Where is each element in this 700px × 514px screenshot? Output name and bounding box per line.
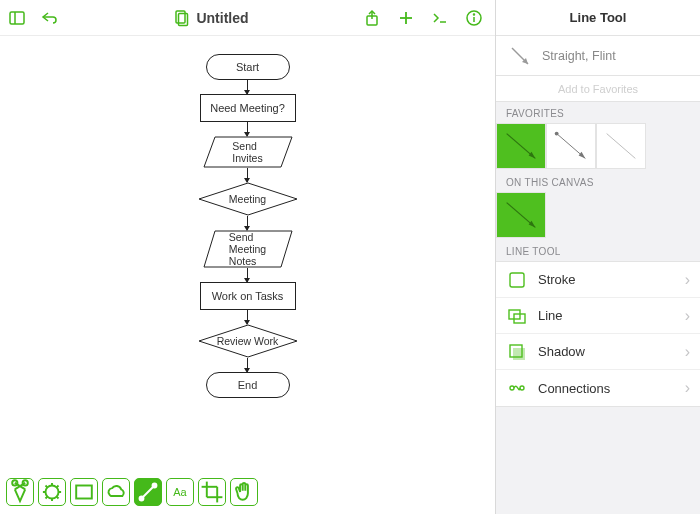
svg-rect-41 [513,348,525,360]
share-icon[interactable] [363,9,381,27]
tool-line[interactable] [134,478,162,506]
favorites-row [496,123,700,171]
flow-node-send-notes[interactable]: Send Meeting Notes [203,230,293,268]
line-style-preview[interactable]: Straight, Flint [496,36,700,76]
tool-rail: Aa [0,470,495,514]
line-tool-section-label: LINE TOOL [496,240,700,261]
svg-point-16 [12,480,17,485]
row-connections[interactable]: Connections › [496,370,700,406]
flowchart: Start Need Meeting? Send Invites Meeting… [158,54,338,398]
row-line[interactable]: Line › [496,298,700,334]
favorite-swatch-2[interactable] [546,123,596,169]
tool-crop[interactable] [198,478,226,506]
flow-node-end[interactable]: End [206,372,290,398]
chevron-right-icon: › [685,271,690,289]
on-canvas-section-label: ON THIS CANVAS [496,171,700,192]
line-style-name: Straight, Flint [542,49,616,63]
info-icon[interactable] [465,9,483,27]
svg-line-34 [607,134,636,159]
row-stroke[interactable]: Stroke › [496,262,700,298]
svg-point-21 [140,497,144,501]
sidebar-toggle-icon[interactable] [8,9,26,27]
line-icon [506,305,528,327]
flow-node-meeting[interactable]: Meeting [198,182,298,216]
svg-rect-0 [10,12,24,24]
flow-node-review-work[interactable]: Review Work [198,324,298,358]
on-canvas-row [496,192,700,240]
chevron-right-icon: › [685,343,690,361]
svg-point-33 [555,132,559,136]
row-shadow[interactable]: Shadow › [496,334,700,370]
inspector-panel: Line Tool Straight, Flint Add to Favorit… [496,0,700,514]
flow-arrow [247,168,248,182]
tool-hand[interactable] [230,478,258,506]
document-title-area: Untitled [58,9,363,27]
flow-node-send-invites[interactable]: Send Invites [203,136,293,168]
stroke-icon [506,269,528,291]
flow-arrow [247,80,248,94]
tool-freehand[interactable] [102,478,130,506]
favorite-swatch-3[interactable] [596,123,646,169]
canvas-pane: Untitled Start Need Meeting? [0,0,496,514]
svg-rect-37 [510,273,524,287]
flow-node-need-meeting[interactable]: Need Meeting? [200,94,296,122]
svg-point-42 [510,386,514,390]
chevron-right-icon: › [685,379,690,397]
document-title[interactable]: Untitled [196,10,248,26]
svg-point-17 [23,480,28,485]
flow-node-start[interactable]: Start [206,54,290,80]
add-to-favorites-button[interactable]: Add to Favorites [496,76,700,102]
svg-point-11 [474,14,475,15]
tool-style[interactable] [38,478,66,506]
flow-arrow [247,268,248,282]
chevron-right-icon: › [685,307,690,325]
tool-text[interactable]: Aa [166,478,194,506]
svg-marker-15 [199,325,297,357]
line-preview-icon [508,44,532,68]
terminal-icon[interactable] [431,9,449,27]
inspector-title: Line Tool [496,0,700,36]
top-toolbar: Untitled [0,0,495,36]
canvas[interactable]: Start Need Meeting? Send Invites Meeting… [0,36,495,470]
favorites-section-label: FAVORITES [496,102,700,123]
canvas-swatch-1[interactable] [496,192,546,238]
svg-point-22 [153,484,157,488]
svg-rect-19 [76,486,92,499]
shadow-icon [506,341,528,363]
flow-arrow [247,310,248,324]
add-icon[interactable] [397,9,415,27]
svg-point-18 [46,486,59,499]
flow-arrow [247,216,248,230]
flow-node-work-tasks[interactable]: Work on Tasks [200,282,296,310]
line-tool-list: Stroke › Line › Shadow › Connections › [496,261,700,407]
svg-marker-14 [204,231,292,267]
svg-marker-32 [579,152,586,159]
svg-marker-12 [204,137,292,167]
flow-arrow [247,358,248,372]
documents-icon[interactable] [172,9,190,27]
flow-arrow [247,122,248,136]
tool-rect[interactable] [70,478,98,506]
undo-icon[interactable] [40,9,58,27]
svg-marker-13 [199,183,297,215]
connections-icon [506,377,528,399]
favorite-swatch-green[interactable] [496,123,546,169]
tool-select[interactable] [6,478,34,506]
svg-point-43 [520,386,524,390]
